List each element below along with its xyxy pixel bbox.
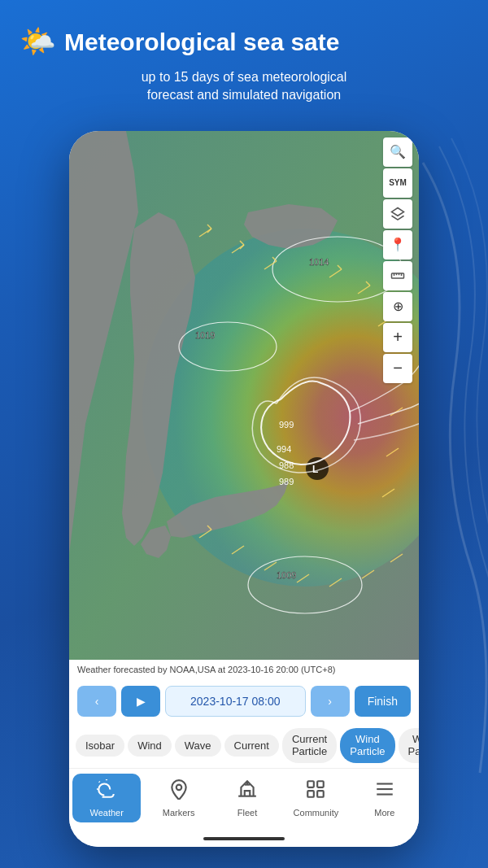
tab-current[interactable]: Current [224, 735, 279, 757]
svg-marker-42 [392, 207, 404, 216]
svg-text:994: 994 [277, 444, 291, 454]
map-caption: Weather forecasted by NOAA,USA at 2023-1… [69, 660, 419, 679]
sun-cloud-icon: 🌤️ [20, 24, 56, 59]
svg-text:1014: 1014 [309, 257, 329, 267]
nav-weather-label: Weather [90, 808, 124, 818]
target-button[interactable]: ⊕ [383, 292, 412, 321]
app-title: Meteorological sea sate [64, 28, 339, 55]
map-toolbar: 🔍 SYM 📍 ⊕ + [383, 137, 412, 383]
play-button[interactable]: ▶ [121, 686, 160, 717]
svg-rect-52 [308, 781, 315, 787]
phone-frame: 1014 1019 999 994 L 988 989 1009 [69, 131, 419, 847]
nav-community-label: Community [294, 808, 339, 818]
caption-text: Weather forecasted by NOAA,USA at 2023-1… [77, 665, 335, 674]
nav-community[interactable]: Community [281, 774, 350, 822]
timeline-bar: ‹ ▶ 2023-10-17 08:00 › Finish [69, 679, 419, 723]
location-button[interactable]: 📍 [383, 230, 412, 260]
tab-wave[interactable]: Wave [175, 735, 221, 757]
nav-markers[interactable]: Markers [144, 774, 212, 822]
zoom-out-button[interactable]: − [383, 354, 412, 383]
svg-text:999: 999 [279, 420, 294, 430]
svg-text:989: 989 [279, 477, 294, 486]
nav-more[interactable]: More [351, 774, 419, 822]
layer-tabs: Isobar Wind Wave Current CurrentParticle… [69, 723, 419, 768]
svg-point-51 [176, 785, 181, 791]
ruler-button[interactable] [383, 261, 412, 290]
bottom-nav: Weather Markers Fleet [69, 768, 419, 831]
svg-rect-55 [318, 791, 325, 797]
community-icon [305, 779, 326, 805]
app-subtitle: up to 15 days of sea meteorologicalforec… [20, 68, 468, 105]
title-row: 🌤️ Meteorological sea sate [20, 24, 468, 59]
zoom-in-button[interactable]: + [383, 323, 412, 352]
nav-markers-label: Markers [163, 808, 195, 818]
sym-button[interactable]: SYM [383, 168, 412, 198]
svg-text:L: L [312, 464, 318, 475]
svg-line-49 [99, 782, 100, 783]
nav-weather[interactable]: Weather [72, 774, 141, 822]
nav-more-label: More [374, 808, 394, 818]
home-bar [203, 837, 285, 840]
date-display: 2023-10-17 08:00 [165, 686, 306, 717]
tab-current-particle[interactable]: CurrentParticle [282, 728, 337, 763]
weather-icon [96, 779, 117, 805]
map-container: 1014 1019 999 994 L 988 989 1009 [69, 131, 419, 660]
home-indicator [69, 831, 419, 847]
prev-button[interactable]: ‹ [77, 686, 116, 717]
more-icon [374, 779, 395, 805]
search-button[interactable]: 🔍 [383, 137, 412, 167]
nav-fleet-label: Fleet [237, 808, 257, 818]
tab-wind-particle[interactable]: WindParticle [340, 728, 394, 763]
svg-text:1009: 1009 [277, 570, 296, 580]
finish-button[interactable]: Finish [355, 686, 411, 717]
next-button[interactable]: › [311, 686, 350, 717]
layers-button[interactable] [383, 199, 412, 229]
header-section: 🌤️ Meteorological sea sate up to 15 days… [0, 0, 488, 131]
svg-rect-53 [318, 781, 325, 787]
tab-wave-particle[interactable]: WaveParticle [399, 728, 419, 763]
sym-label: SYM [389, 178, 407, 187]
nav-fleet[interactable]: Fleet [213, 774, 281, 822]
svg-text:1019: 1019 [195, 330, 215, 340]
markers-icon [168, 779, 190, 805]
fleet-icon [237, 779, 258, 805]
tab-wind[interactable]: Wind [128, 735, 172, 757]
svg-rect-54 [308, 791, 315, 797]
tab-isobar[interactable]: Isobar [76, 735, 124, 757]
